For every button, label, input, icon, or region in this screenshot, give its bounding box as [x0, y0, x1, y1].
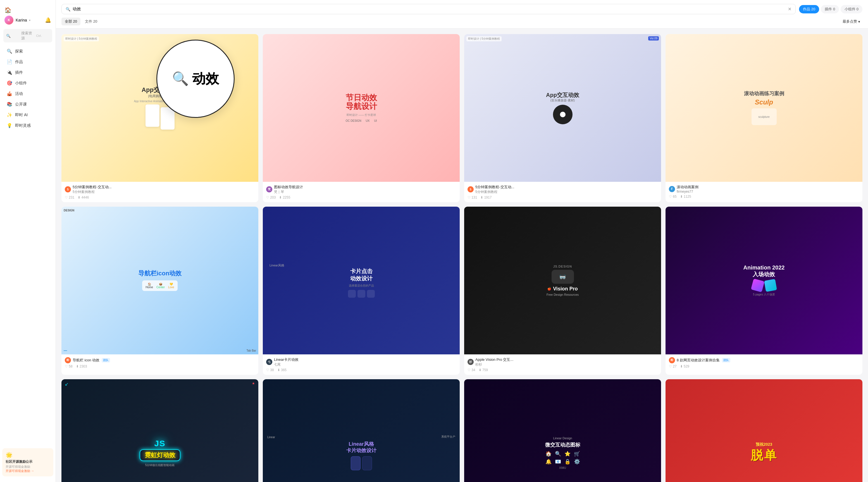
card-3-stats: ♡ 131 ⬇ 1917 [467, 195, 658, 199]
card-4-title: 滚动动画案例 [677, 185, 699, 190]
search-icon: 🔍 [66, 7, 70, 11]
main-area: 🔍 动效 ✕ 作品 20 插件 0 小组件 0 全部 20 文件 20 最多点赞… [56, 0, 868, 482]
sidebar-item-explore[interactable]: 🔍 探索 [2, 46, 53, 56]
chevron-down-icon: ▾ [858, 20, 860, 24]
search-row: 🔍 动效 ✕ 作品 20 插件 0 小组件 0 [61, 4, 862, 14]
sidebar-item-inspiration[interactable]: 💡 即时灵感 [2, 120, 53, 131]
card-2[interactable]: 节日动效导航设计 即时设计 —— 打卡星球 OC DESIGN UX UI 梵 … [263, 34, 460, 202]
search-circle-icon: 🔍 [172, 71, 189, 87]
sidebar: 🏠 K Karina ▾ 🔔 🔍 搜索资源 Ctrl. 🔍 探索 📄 作品 🔌 … [0, 0, 56, 482]
sidebar-item-ai[interactable]: ✨ 即时 AI [2, 110, 53, 120]
card-1-title: 5分钟案例教程-交互动... [72, 185, 112, 190]
card-3-title: 5分钟案例教程-交互动... [475, 185, 514, 190]
user-profile[interactable]: K Karina ▾ [4, 15, 30, 25]
card-8[interactable]: Animation 2022入场动效 5 pages 八个场景 即 8 款网页动… [665, 207, 862, 375]
card-8-stats: ♡ 27 ⬇ 529 [669, 364, 859, 368]
community-icon: 🌟 [6, 452, 50, 458]
card-4[interactable]: 滚动动画练习案例 Sculp sculpture F 滚动动画案例 firmey… [665, 34, 862, 202]
card-2-stats: ♡ 203 ⬇ 2255 [266, 195, 456, 199]
card-3[interactable]: 即时设计 | 5分钟案例教程 Vol.09 App交互动效 (音乐播放器-素材)… [464, 34, 661, 202]
card-6-thumb: Linear风格 卡片点击动效设计 选择最适合您的产品 [263, 207, 460, 354]
card-10-thumb: Linear 系统平台户 Linear风格卡片动效设计 [263, 379, 460, 482]
card-6-avatar: 七 [266, 359, 272, 365]
card-2-info: 梵 图标动效导航设计 梵｜琴 ♡ 203 ⬇ 2255 [263, 182, 460, 202]
card-5-info: 即 导航栏 icon 动效 团队 ♡ 58 ⬇ 2303 [61, 354, 258, 371]
card-1-avatar: 5 [65, 186, 71, 192]
search-tabs: 作品 20 插件 0 小组件 0 [799, 5, 862, 13]
card-8-title: 8 款网页动效设计案例合集 [677, 358, 720, 363]
filter-row: 全部 20 文件 20 最多点赞 ▾ [61, 18, 862, 28]
community-link[interactable]: 开源可得现金激励 → [6, 469, 50, 473]
community-banner[interactable]: 🌟 社区开源激励公示 开源可得现金激励 开源可得现金激励 → [2, 448, 53, 476]
card-7-title: Apple Vision Pro 交互... [475, 357, 513, 362]
card-8-info: 即 8 款网页动效设计案例合集 团队 ♡ 27 ⬇ 529 [665, 354, 862, 371]
search-highlight-circle: 🔍 动效 [156, 40, 235, 118]
card-4-avatar: F [669, 186, 675, 192]
tab-works[interactable]: 作品 20 [799, 5, 819, 13]
sidebar-header: K Karina ▾ 🔔 [0, 13, 56, 29]
card-2-author: 梵｜琴 [274, 190, 303, 194]
sidebar-item-plugins[interactable]: 🔌 插件 [2, 67, 53, 77]
filter-all[interactable]: 全部 20 [61, 18, 81, 25]
search-circle-text: 动效 [192, 70, 219, 88]
card-6[interactable]: Linear风格 卡片点击动效设计 选择最适合您的产品 七 [263, 207, 460, 375]
home-icon[interactable]: 🏠 [4, 7, 11, 13]
search-shortcut: Ctrl. [36, 34, 50, 37]
search-placeholder: 搜索资源 [21, 31, 35, 41]
tab-widgets[interactable]: 小组件 0 [841, 5, 862, 13]
widgets-icon: 🎯 [7, 81, 12, 86]
filter-files[interactable]: 文件 20 [82, 18, 100, 25]
card-1-thumb: 即时设计 | 5分钟案例教程 App交互动效 (电商购物-素材) App Int… [61, 34, 258, 182]
sidebar-item-label: 探索 [15, 49, 23, 54]
card-9-thumb: JS 霓虹灯动效 5分钟做出炫酷智能动画 ↙ ★ ↗ [61, 379, 258, 482]
sidebar-item-events[interactable]: 🎪 活动 [2, 89, 53, 99]
sidebar-item-works[interactable]: 📄 作品 [2, 57, 53, 67]
sidebar-item-label: 即时灵感 [15, 123, 31, 128]
card-10[interactable]: Linear 系统平台户 Linear风格卡片动效设计 L Linear风格卡片… [263, 379, 460, 482]
community-title: 社区开源激励公示 [6, 459, 50, 464]
card-3-thumb: 即时设计 | 5分钟案例教程 Vol.09 App交互动效 (音乐播放器-素材) [464, 34, 661, 182]
search-resources[interactable]: 🔍 搜索资源 Ctrl. [3, 29, 52, 42]
works-icon: 📄 [7, 59, 12, 65]
chevron-down-icon: ▾ [29, 19, 30, 22]
card-11[interactable]: Linear Design 微交互动态图标 🏠 🔍 ⭐ 🛒 🔔 📧 🔒 ⚙️ [464, 379, 661, 482]
community-subtitle: 开源可得现金激励 [6, 465, 50, 469]
sidebar-item-widgets[interactable]: 🎯 小组件 [2, 78, 53, 88]
card-4-thumb: 滚动动画练习案例 Sculp sculpture [665, 34, 862, 182]
sidebar-item-label: 作品 [15, 60, 23, 65]
card-7-thumb: JS.DESIGN 🥽 🍎 Vision Pro Free Design Res… [464, 207, 661, 354]
card-5-thumb: DESIGN 导航栏icon动效 🏠Home 📦Center 💛Love [61, 207, 258, 354]
events-icon: 🎪 [7, 91, 12, 96]
sort-button[interactable]: 最多点赞 ▾ [840, 18, 862, 25]
card-4-info: F 滚动动画案例 firmeyes77 ♡ 65 ⬇ 1125 [665, 182, 862, 201]
card-9[interactable]: JS 霓虹灯动效 5分钟做出炫酷智能动画 ↙ ★ ↗ J JS霓虹 [61, 379, 258, 482]
search-box[interactable]: 🔍 动效 ✕ [61, 4, 796, 14]
card-12[interactable]: 预祝2023 脱单 预 预祝2023脱单 [665, 379, 862, 482]
sidebar-item-label: 活动 [15, 91, 23, 96]
clear-search-button[interactable]: ✕ [788, 6, 792, 12]
ai-icon: ✨ [7, 112, 12, 118]
sidebar-item-courses[interactable]: 📚 公开课 [2, 99, 53, 109]
card-5-stats: ♡ 58 ⬇ 2303 [65, 364, 255, 368]
sort-label: 最多点赞 [843, 19, 857, 24]
card-2-title: 图标动效导航设计 [274, 185, 303, 190]
card-1-author: 5分钟案例教程 [72, 190, 112, 194]
card-6-author: 七尾 [274, 362, 299, 367]
card-5-title: 导航栏 icon 动效 [72, 358, 99, 363]
card-11-thumb: Linear Design 微交互动态图标 🏠 🔍 ⭐ 🛒 🔔 📧 🔒 ⚙️ [464, 379, 661, 482]
tab-plugins[interactable]: 插件 0 [821, 5, 839, 13]
card-7[interactable]: JS.DESIGN 🥽 🍎 Vision Pro Free Design Res… [464, 207, 661, 375]
sidebar-item-label: 即时 AI [15, 113, 28, 118]
explore-icon: 🔍 [7, 49, 12, 54]
card-6-title: Linear卡片动效 [274, 357, 299, 362]
content-area: 🔍 动效 即时设计 | 5分钟案例教程 App交互动效 (电商购物-素材) Ap… [56, 29, 868, 482]
card-4-author: firmeyes77 [677, 190, 699, 194]
bell-icon[interactable]: 🔔 [45, 17, 51, 23]
card-8-thumb: Animation 2022入场动效 5 pages 八个场景 [665, 207, 862, 354]
search-input[interactable]: 动效 [72, 7, 785, 11]
card-3-info: 5 5分钟案例教程-交互动... 5分钟案例教程 ♡ 131 ⬇ 1917 [464, 182, 661, 202]
card-5[interactable]: DESIGN 导航栏icon动效 🏠Home 📦Center 💛Love [61, 207, 258, 375]
search-area: 🔍 动效 ✕ 作品 20 插件 0 小组件 0 全部 20 文件 20 最多点赞… [56, 0, 868, 29]
card-3-author: 5分钟案例教程 [475, 190, 514, 194]
card-7-author: 杉杉 [475, 362, 513, 367]
